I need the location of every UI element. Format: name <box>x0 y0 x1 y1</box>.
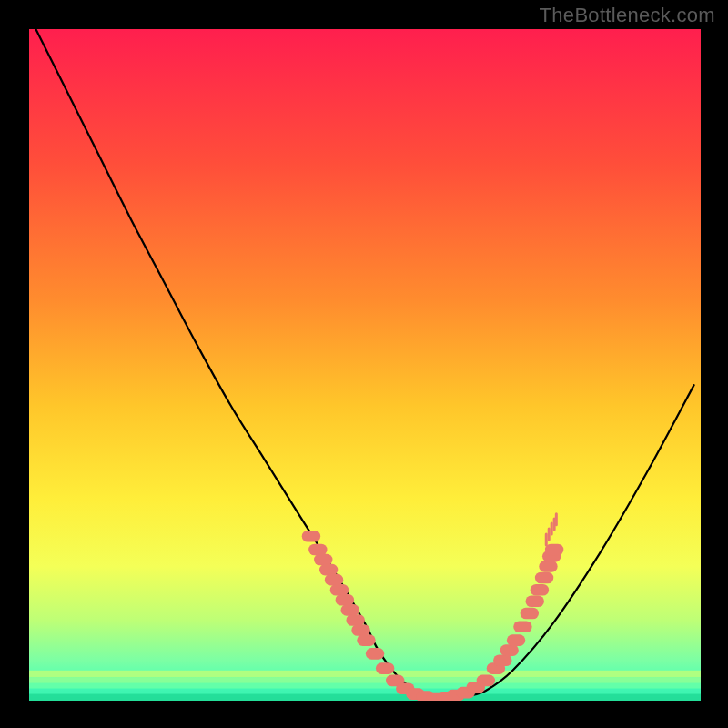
green-band <box>29 671 701 677</box>
marker-bead <box>330 584 349 596</box>
marker-bead <box>493 654 511 666</box>
marker-bead <box>521 608 539 620</box>
marker-bead <box>314 554 332 566</box>
marker-bead <box>535 572 553 584</box>
marker-bead <box>539 561 557 572</box>
marker-bead <box>341 604 359 616</box>
green-band <box>29 689 701 694</box>
marker-bead <box>336 594 354 606</box>
chart-stage: TheBottleneck.com <box>0 0 728 728</box>
marker-bead <box>346 614 364 626</box>
marker-bead <box>308 544 327 556</box>
marker-bead <box>325 574 343 586</box>
marker-bead <box>319 564 338 576</box>
marker-bead <box>366 648 384 660</box>
watermark-text: TheBottleneck.com <box>540 4 715 27</box>
marker-bead <box>302 531 320 542</box>
marker-bead <box>351 624 369 636</box>
marker-bead <box>526 595 544 607</box>
bottleneck-chart <box>0 0 728 728</box>
green-band <box>29 683 701 689</box>
marker-bead <box>477 675 495 687</box>
plot-background <box>29 29 701 701</box>
green-band <box>29 677 701 683</box>
marker-bead <box>357 634 375 646</box>
marker-bead <box>545 544 563 556</box>
green-band-group <box>29 671 701 701</box>
marker-bead <box>513 622 531 633</box>
marker-bead <box>507 634 525 646</box>
green-band <box>29 694 701 701</box>
marker-bead <box>531 584 549 596</box>
marker-bead <box>500 644 518 656</box>
marker-bead <box>376 662 394 674</box>
